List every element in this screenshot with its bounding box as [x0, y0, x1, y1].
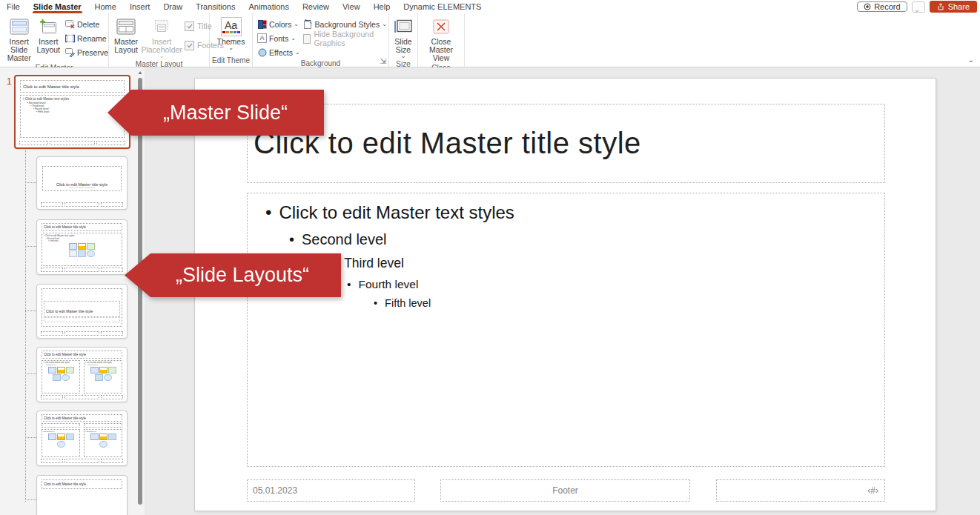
rename-icon [65, 34, 75, 43]
collapse-ribbon-icon[interactable]: ⌄ [968, 56, 974, 64]
title-placeholder[interactable]: Click to edit Master title style [247, 104, 885, 183]
delete-icon [65, 20, 75, 29]
bullet-level-3: •Third level [332, 256, 875, 271]
background-styles-button[interactable]: Background Styles ⌄ [303, 18, 388, 30]
background-styles-icon [303, 20, 313, 29]
insert-slide-master-icon [10, 17, 29, 36]
insert-placeholder-button[interactable]: Insert Placeholder ⌄ [140, 16, 183, 59]
checkbox-unchecked-icon [303, 34, 311, 44]
content-placeholder-icons [46, 433, 76, 448]
group-close: Close Master View Close [418, 13, 465, 67]
thumbnail-section-header-layout[interactable]: Click to edit Master title style [36, 284, 128, 339]
body-placeholder[interactable]: •Click to edit Master text styles •Secon… [247, 193, 885, 467]
left-arrow-shape: „Master Slide“ [107, 90, 324, 136]
dropdown-chevron-icon: ⌄ [291, 36, 296, 41]
insert-layout-button[interactable]: Insert Layout [34, 16, 62, 55]
insert-placeholder-icon [153, 17, 170, 36]
group-background: Colors ⌄ A Fonts ⌄ Effects ⌄ [253, 13, 389, 67]
colors-button[interactable]: Colors ⌄ [257, 18, 300, 30]
scrollbar-up-arrow[interactable]: ▲ [137, 70, 143, 75]
tab-view[interactable]: View [336, 0, 367, 13]
content-placeholder-icons [65, 243, 99, 257]
fonts-button[interactable]: A Fonts ⌄ [257, 32, 300, 44]
group-master-layout: Master Layout Insert Placeholder ⌄ Title [109, 13, 210, 67]
effects-button[interactable]: Effects ⌄ [257, 46, 300, 59]
group-label-edit-theme: Edit Theme [210, 56, 252, 67]
thumbnail-comparison-layout[interactable]: Click to edit Master title style • Secon… [36, 411, 128, 466]
content-placeholder-icons [88, 433, 118, 448]
dropdown-chevron-icon: ⌄ [228, 46, 234, 50]
master-layout-button[interactable]: Master Layout [112, 16, 140, 55]
tab-help[interactable]: Help [367, 0, 397, 13]
thumbnail-title-slide-layout[interactable]: Click to edit Master title style Click t… [36, 156, 128, 210]
comments-icon[interactable] [912, 1, 925, 13]
dialog-launcher-icon[interactable]: ⇲ [380, 58, 386, 65]
footer-placeholder[interactable]: Footer [440, 479, 690, 502]
master-slide-callout: „Master Slide“ [107, 90, 324, 136]
group-edit-master: Insert Slide Master Insert Layout Delete [0, 13, 109, 67]
tab-review[interactable]: Review [296, 0, 336, 13]
dropdown-chevron-icon: ⌄ [401, 54, 406, 59]
close-master-view-icon [433, 17, 449, 36]
master-layout-icon [116, 17, 136, 36]
slide-layouts-callout: „Slide Layouts“ [125, 253, 341, 297]
checkbox-checked-icon [185, 41, 194, 50]
powerpoint-window: File Slide Master Home Insert Draw Trans… [0, 0, 980, 515]
slide-size-button[interactable]: Slide Size ⌄ [389, 16, 417, 59]
tab-file[interactable]: File [0, 0, 27, 13]
hide-background-graphics-checkbox[interactable]: Hide Background Graphics [303, 32, 388, 45]
tab-insert[interactable]: Insert [123, 0, 157, 13]
insert-layout-icon [39, 17, 57, 36]
delete-button[interactable]: Delete [65, 18, 108, 30]
tab-dynamic-elements[interactable]: Dynamic ELEMENTS [397, 0, 488, 13]
content-placeholder-icons [46, 367, 76, 381]
thumbnail-two-content-layout[interactable]: Click to edit Master title style • Click… [36, 347, 128, 402]
thumbnail-title-only-layout[interactable]: Click to edit Master title style [36, 475, 128, 515]
share-icon [937, 3, 944, 10]
dropdown-chevron-icon: ⌄ [159, 54, 165, 59]
ribbon-tab-bar: File Slide Master Home Insert Draw Trans… [0, 0, 980, 13]
group-size: Slide Size ⌄ Size [389, 13, 418, 67]
rename-button[interactable]: Rename [65, 32, 108, 44]
tab-slide-master[interactable]: Slide Master [27, 0, 88, 13]
fonts-icon: A [257, 34, 267, 43]
tab-transitions[interactable]: Transitions [189, 0, 242, 13]
group-edit-theme: Aa Themes ⌄ Edit Theme [210, 13, 253, 67]
thumbnail-title-and-content-layout[interactable]: Click to edit Master title style • Click… [36, 219, 128, 275]
record-button[interactable]: Record [857, 1, 907, 12]
content-placeholder-icons [88, 367, 118, 381]
dropdown-chevron-icon: ⌄ [295, 50, 300, 55]
tab-draw[interactable]: Draw [156, 0, 189, 13]
record-icon [864, 3, 871, 10]
left-arrow-shape: „Slide Layouts“ [125, 253, 341, 297]
bullet-level-4: •Fourth level [347, 278, 875, 291]
themes-icon: Aa [221, 17, 242, 36]
colors-icon [257, 20, 267, 29]
themes-button[interactable]: Aa Themes ⌄ [215, 16, 248, 51]
layout-tree-line [25, 146, 26, 502]
ribbon: Insert Slide Master Insert Layout Delete [0, 13, 980, 67]
effects-icon [257, 48, 267, 57]
tab-home[interactable]: Home [88, 0, 123, 13]
insert-slide-master-button[interactable]: Insert Slide Master [4, 16, 34, 63]
preserve-button[interactable]: Preserve [65, 46, 108, 59]
date-placeholder[interactable]: 05.01.2023 [247, 479, 415, 502]
workspace: 1 Click to edit Master title style • Cli… [0, 67, 980, 515]
ribbon-tabs: File Slide Master Home Insert Draw Trans… [0, 0, 488, 13]
bullet-level-1: •Click to edit Master text styles [265, 202, 875, 223]
bullet-level-2: •Second level [289, 231, 875, 248]
slide-number-placeholder[interactable]: ‹#› [716, 479, 885, 502]
dropdown-chevron-icon: ⌄ [294, 22, 299, 27]
close-master-view-button[interactable]: Close Master View [418, 16, 464, 63]
master-slide-number: 1 [7, 76, 12, 87]
share-button[interactable]: Share [930, 1, 977, 13]
preserve-icon [65, 48, 75, 57]
tab-animations[interactable]: Animations [242, 0, 295, 13]
slide-size-icon [394, 17, 413, 36]
bullet-level-5: •Fifth level [374, 297, 875, 309]
dropdown-chevron-icon: ⌄ [382, 22, 387, 27]
checkbox-checked-icon [185, 21, 194, 31]
